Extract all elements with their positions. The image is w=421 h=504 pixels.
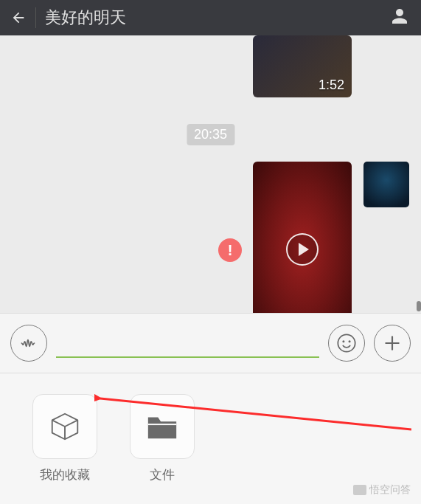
back-arrow-icon <box>10 10 27 26</box>
attachment-files[interactable]: 文件 <box>130 394 195 483</box>
play-icon <box>286 233 319 266</box>
chat-title: 美好的明天 <box>45 7 389 29</box>
files-icon-box <box>130 394 195 459</box>
voice-button[interactable] <box>10 325 47 362</box>
person-icon <box>389 5 411 27</box>
attachment-label: 文件 <box>150 466 175 483</box>
message-input[interactable] <box>56 328 319 358</box>
profile-button[interactable] <box>389 5 414 30</box>
sender-avatar[interactable] <box>363 162 409 207</box>
video-message[interactable]: 7:08 <box>253 162 352 313</box>
cube-icon <box>48 410 82 443</box>
back-button[interactable] <box>7 7 29 29</box>
svg-point-2 <box>349 340 351 342</box>
chat-header: 美好的明天 <box>0 0 421 35</box>
svg-rect-3 <box>148 424 176 425</box>
input-bar <box>0 313 421 373</box>
svg-point-0 <box>338 334 355 351</box>
chat-area[interactable]: 1:52 20:35 7:08 ! <box>0 35 421 313</box>
video-message[interactable]: 1:52 <box>253 35 352 97</box>
watermark-text: 悟空问答 <box>369 483 411 497</box>
send-error-icon[interactable]: ! <box>218 238 242 262</box>
scrollbar[interactable] <box>417 301 421 311</box>
attachment-panel: 我的收藏 文件 悟空问答 <box>0 373 421 504</box>
watermark-icon <box>353 485 366 495</box>
attachment-label: 我的收藏 <box>40 466 90 483</box>
video-duration: 1:52 <box>319 77 344 93</box>
voice-wave-icon <box>19 334 38 353</box>
header-divider <box>35 7 36 28</box>
watermark: 悟空问答 <box>353 483 411 497</box>
plus-icon <box>383 334 402 353</box>
folder-icon <box>145 411 179 442</box>
attachment-favorites[interactable]: 我的收藏 <box>32 394 97 483</box>
timestamp-badge: 20:35 <box>187 124 234 145</box>
exclamation-icon: ! <box>228 242 233 259</box>
svg-point-1 <box>342 340 344 342</box>
emoji-button[interactable] <box>328 325 365 362</box>
favorites-icon-box <box>32 394 97 459</box>
smile-icon <box>336 333 357 353</box>
add-button[interactable] <box>374 325 411 362</box>
